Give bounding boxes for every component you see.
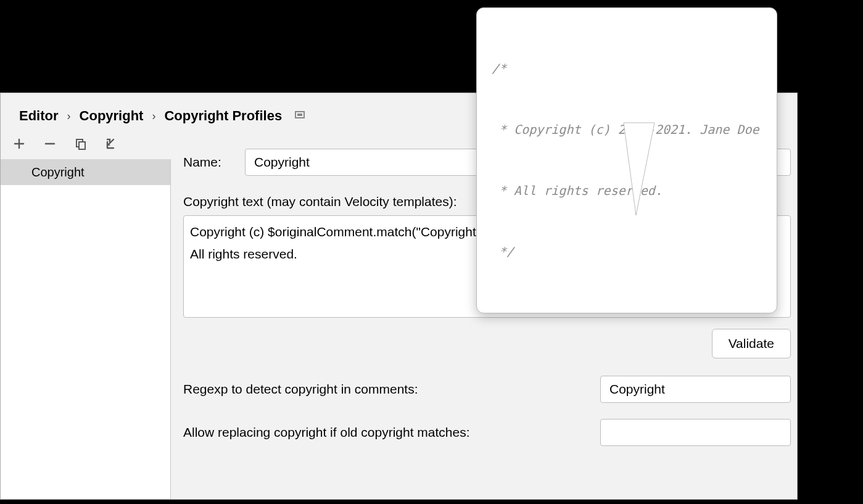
allow-replace-input[interactable]: [600, 419, 791, 446]
allow-replace-label: Allow replacing copyright if old copyrig…: [183, 425, 600, 440]
project-scope-icon: [294, 108, 305, 124]
breadcrumb-copyright-profiles: Copyright Profiles: [164, 108, 282, 124]
breadcrumb: Editor › Copyright › Copyright Profiles: [19, 108, 305, 124]
copy-icon[interactable]: [73, 136, 88, 151]
chevron-right-icon: ›: [67, 110, 71, 123]
validate-button[interactable]: Validate: [712, 329, 791, 358]
preview-line: */: [492, 242, 762, 262]
svg-marker-5: [624, 123, 654, 215]
name-label: Name:: [183, 155, 245, 170]
profile-toolbar: [12, 136, 119, 151]
profile-list-item-label: Copyright: [31, 165, 85, 180]
regexp-label: Regexp to detect copyright in comments:: [183, 382, 600, 397]
remove-icon[interactable]: [43, 136, 57, 151]
breadcrumb-copyright[interactable]: Copyright: [80, 108, 144, 124]
add-icon[interactable]: [12, 136, 27, 151]
preview-tooltip: /* * Copyright (c) 2020-2021. Jane Doe *…: [476, 7, 777, 313]
chevron-right-icon: ›: [152, 110, 155, 123]
import-icon[interactable]: [104, 136, 119, 151]
svg-rect-1: [297, 114, 302, 116]
profile-list-item[interactable]: Copyright: [1, 159, 170, 185]
breadcrumb-editor[interactable]: Editor: [19, 108, 59, 124]
profile-list: Copyright: [1, 159, 171, 499]
svg-rect-3: [79, 142, 85, 149]
preview-line: /*: [492, 59, 762, 79]
regexp-input[interactable]: [600, 376, 791, 403]
